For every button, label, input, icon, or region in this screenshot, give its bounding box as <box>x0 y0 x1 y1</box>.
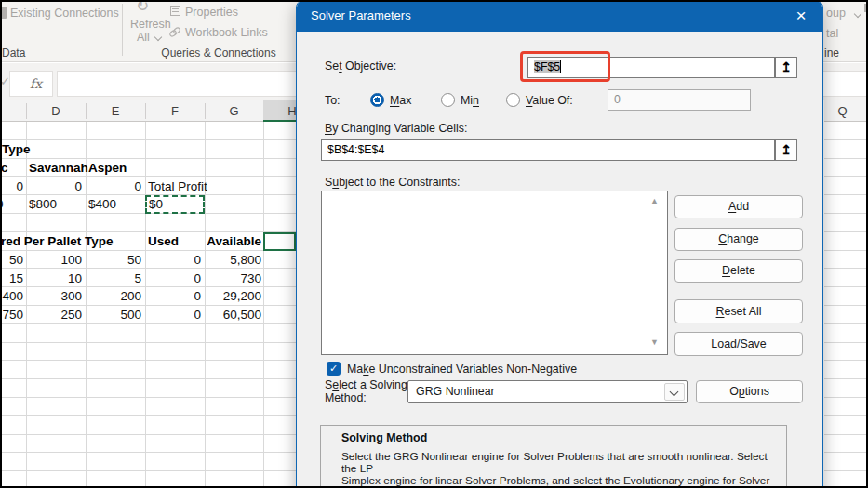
solving-method-value: GRG Nonlinear <box>416 385 495 398</box>
cell-value[interactable]: 0 <box>145 270 201 288</box>
cell-value[interactable]: 400 <box>0 287 23 306</box>
solving-method-label-line1: Select a Solving <box>325 378 407 391</box>
outline-group-label-fragment: ine <box>824 46 839 59</box>
column-headers: D E F G <box>0 100 296 122</box>
group-button-fragment: oup <box>826 7 846 20</box>
cell-value[interactable]: 5,800 <box>205 251 261 270</box>
cell-available-header[interactable]: Available <box>205 232 261 251</box>
column-header-q[interactable]: Q <box>824 100 861 122</box>
solving-method-label-line2: Method: <box>325 391 367 404</box>
radio-min-label[interactable]: Min <box>461 94 479 107</box>
range-select-button-2[interactable]: ↥ <box>775 139 797 161</box>
non-negative-label[interactable]: Make Unconstrained Variables Non-Negativ… <box>347 363 577 376</box>
cell-value[interactable]: 300 <box>26 287 82 306</box>
groupbox-description: Select the GRG Nonlinear engine for Solv… <box>341 451 777 488</box>
refresh-all-chevron-icon <box>154 33 162 41</box>
column-header-h-selected[interactable]: H <box>263 100 296 122</box>
cell-value[interactable]: 250 <box>26 306 82 324</box>
cell-value[interactable]: 100 <box>26 251 82 270</box>
ribbon-group-divider <box>122 4 123 56</box>
cell-classic-partial[interactable]: c <box>1 159 8 178</box>
cell-e4[interactable]: 0 <box>86 178 141 196</box>
cell-value[interactable]: 200 <box>86 287 141 306</box>
cell-required-per-pallet[interactable]: red Per Pallet Type <box>1 232 114 251</box>
insert-function-icon[interactable]: fx <box>30 76 42 91</box>
close-icon[interactable]: × <box>789 4 813 28</box>
cell-aspen[interactable]: Aspen <box>88 159 127 178</box>
cell-value[interactable]: 730 <box>205 270 261 288</box>
group-chevron-icon <box>854 10 861 18</box>
set-objective-label: Set Objective: <box>325 59 396 73</box>
refresh-icon: ↻ <box>136 0 149 16</box>
cell-value[interactable]: 0 <box>145 287 201 306</box>
change-button[interactable]: Change <box>674 228 803 251</box>
scroll-up-icon[interactable]: ▲ <box>650 196 659 205</box>
solving-method-dropdown[interactable]: GRG Nonlinear <box>407 380 688 403</box>
load-save-button[interactable]: Load/Save <box>674 332 803 356</box>
variable-cells-input[interactable]: $B$4:$E$4 <box>321 139 775 161</box>
cell-c4[interactable]: 0 <box>0 178 23 196</box>
cell-d4[interactable]: 0 <box>26 178 82 196</box>
radio-value-of-label[interactable]: Value Of: <box>526 94 573 107</box>
add-button[interactable]: Add <box>674 195 803 218</box>
column-headers-right: Q <box>824 100 868 122</box>
cell-value[interactable]: 50 <box>0 251 23 270</box>
cell-value[interactable]: 0 <box>145 306 201 324</box>
radio-max[interactable] <box>370 93 384 107</box>
workbook-links-icon <box>168 26 181 38</box>
screenshot-frame: Existing Connections ↻ Refresh All Prope… <box>0 0 868 488</box>
ribbon-group-label-queries: Queries & Connections <box>149 46 288 59</box>
cell-used-header[interactable]: Used <box>148 232 179 251</box>
cell-value[interactable]: 500 <box>86 306 141 324</box>
refresh-all-button: Refresh <box>130 18 171 31</box>
refresh-all-label: All <box>137 31 150 44</box>
cell-value[interactable]: 750 <box>0 306 23 324</box>
cell-value[interactable]: 50 <box>86 251 141 270</box>
existing-connections-button: Existing Connections <box>10 7 119 20</box>
column-header-d[interactable]: D <box>26 100 86 122</box>
by-changing-label: By Changing Variable Cells: <box>325 122 467 135</box>
cell-d5[interactable]: $800 <box>29 195 57 214</box>
fx-box[interactable]: fx <box>9 71 53 97</box>
column-header-e[interactable]: E <box>86 100 145 122</box>
cell-type[interactable]: Type <box>2 140 31 159</box>
groupbox-title: Solving Method <box>341 431 427 444</box>
non-negative-checkbox[interactable]: ✓ <box>327 362 341 376</box>
radio-value-of[interactable] <box>506 93 520 107</box>
dropdown-chevron-icon[interactable] <box>664 383 685 401</box>
cell-value[interactable]: 5 <box>86 270 141 288</box>
scroll-down-icon[interactable]: ▼ <box>650 337 659 347</box>
annotation-highlight-box <box>520 51 610 82</box>
radio-min[interactable] <box>441 93 455 107</box>
column-header-g[interactable]: G <box>205 100 263 122</box>
cell-value[interactable]: 15 <box>0 270 23 288</box>
to-label: To: <box>325 94 341 107</box>
cell-value[interactable]: 0 <box>145 251 201 270</box>
cell-value[interactable]: 10 <box>26 270 82 288</box>
properties-button: Properties <box>185 6 238 19</box>
cell-total-profit-label[interactable]: Total Profit <box>148 178 207 196</box>
cell-value[interactable]: 29,200 <box>205 287 261 306</box>
workbook-links-button: Workbook Links <box>185 26 268 39</box>
cell-savannah[interactable]: Savannah <box>29 159 88 178</box>
solving-method-groupbox: Solving Method Select the GRG Nonlinear … <box>320 425 787 488</box>
marching-ants-selection <box>145 195 205 214</box>
active-cell-h[interactable] <box>263 232 296 251</box>
cell-e5[interactable]: $400 <box>88 195 116 214</box>
range-select-button[interactable]: ↥ <box>775 57 797 78</box>
value-of-input[interactable]: 0 <box>608 89 751 111</box>
subtotal-button-fragment: tal <box>826 27 838 40</box>
options-button[interactable]: Options <box>696 380 803 403</box>
reset-all-button[interactable]: Reset All <box>674 299 803 323</box>
constraints-label: Subject to the Constraints: <box>325 176 460 189</box>
dialog-titlebar[interactable]: Solver Parameters × <box>297 1 822 32</box>
ribbon-group-label-data: Data <box>2 46 25 59</box>
properties-icon <box>170 6 180 16</box>
dialog-title: Solver Parameters <box>311 8 411 22</box>
cell-value[interactable]: 60,500 <box>205 306 261 324</box>
constraints-listbox[interactable] <box>321 191 668 355</box>
column-header-f[interactable]: F <box>145 100 205 122</box>
radio-max-label[interactable]: Max <box>390 94 411 107</box>
delete-button[interactable]: Delete <box>674 259 803 283</box>
